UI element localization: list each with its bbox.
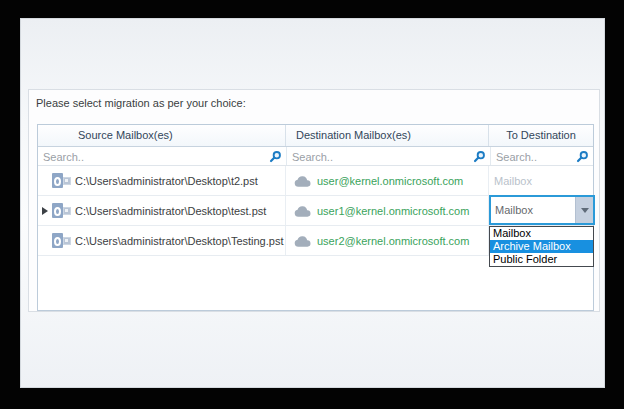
combobox-dropdown-button[interactable] xyxy=(575,197,593,223)
search-icon[interactable] xyxy=(576,150,589,163)
outlook-pst-icon xyxy=(52,173,71,188)
migration-panel: Please select migration as per your choi… xyxy=(28,89,600,312)
to-destination-dropdown-list: Mailbox Archive Mailbox Public Folder xyxy=(489,226,594,267)
destination-search-cell xyxy=(287,147,491,165)
source-path: C:\Users\administrator\Desktop\t2.pst xyxy=(75,175,258,187)
source-path: C:\Users\administrator\Desktop\test.pst xyxy=(75,205,266,217)
destination-email: user2@kernel.onmicrosoft.com xyxy=(317,235,469,247)
search-icon[interactable] xyxy=(473,150,486,163)
migration-table: Source Mailbox(es) Destination Mailbox(e… xyxy=(37,124,594,311)
destination-email: user@kernel.onmicrosoft.com xyxy=(317,175,463,187)
to-destination-combobox[interactable]: Mailbox xyxy=(489,195,595,225)
to-destination-search-cell xyxy=(491,147,593,165)
source-path: C:\Users\administrator\Desktop\Testing.p… xyxy=(75,235,283,247)
destination-search-input[interactable] xyxy=(287,148,490,166)
to-destination-cell[interactable]: Mailbox xyxy=(489,166,593,195)
destination-cell: user2@kernel.onmicrosoft.com xyxy=(286,226,489,255)
table-row[interactable]: C:\Users\administrator\Desktop\t2.pst us… xyxy=(38,166,593,196)
app-window: Please select migration as per your choi… xyxy=(20,18,605,388)
combobox-value: Mailbox xyxy=(491,204,575,216)
dropdown-option-mailbox[interactable]: Mailbox xyxy=(490,227,593,240)
row-expander-icon[interactable] xyxy=(42,207,48,215)
source-cell: C:\Users\administrator\Desktop\test.pst xyxy=(38,196,286,225)
outlook-pst-icon xyxy=(52,203,71,218)
column-header-destination: Destination Mailbox(es) xyxy=(286,125,489,146)
source-search-cell xyxy=(38,147,287,165)
outlook-pst-icon xyxy=(52,233,71,248)
search-icon[interactable] xyxy=(269,150,282,163)
dropdown-option-public-folder[interactable]: Public Folder xyxy=(490,253,593,266)
to-destination-value: Mailbox xyxy=(494,175,532,187)
table-header-row: Source Mailbox(es) Destination Mailbox(e… xyxy=(38,125,593,147)
source-search-input[interactable] xyxy=(38,148,286,166)
destination-cell: user1@kernel.onmicrosoft.com xyxy=(286,196,489,225)
instruction-label: Please select migration as per your choi… xyxy=(36,97,246,109)
cloud-icon xyxy=(294,235,311,247)
cloud-icon xyxy=(294,175,311,187)
triangle-down-icon xyxy=(581,208,589,213)
dropdown-option-archive-mailbox[interactable]: Archive Mailbox xyxy=(490,240,593,253)
column-header-source: Source Mailbox(es) xyxy=(38,125,286,146)
column-header-to-destination: To Destination xyxy=(489,125,593,146)
destination-email: user1@kernel.onmicrosoft.com xyxy=(317,205,469,217)
destination-cell: user@kernel.onmicrosoft.com xyxy=(286,166,489,195)
source-cell: C:\Users\administrator\Desktop\t2.pst xyxy=(38,166,286,195)
source-cell: C:\Users\administrator\Desktop\Testing.p… xyxy=(38,226,286,255)
cloud-icon xyxy=(294,205,311,217)
search-row xyxy=(38,147,593,166)
